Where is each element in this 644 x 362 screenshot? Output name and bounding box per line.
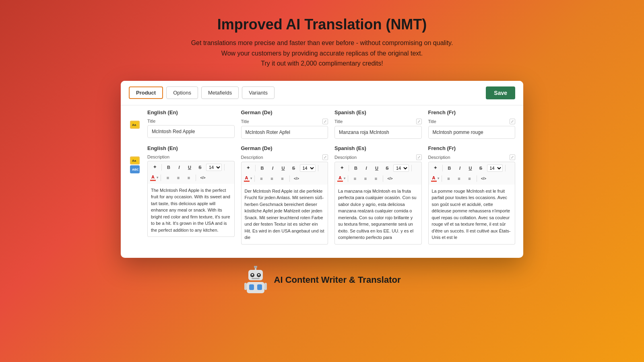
underline-btn-en[interactable]: U	[185, 163, 194, 172]
fontsize-select-fr[interactable]: 14121618	[487, 165, 503, 172]
code-btn-fr[interactable]: </>	[479, 174, 488, 183]
spellcheck-icon: ABC	[130, 165, 140, 173]
title-input-en[interactable]	[147, 125, 235, 138]
title-col-es: Spanish (Es) Title ⤢	[334, 109, 422, 139]
expand-icon-fr-desc[interactable]: ⤢	[510, 154, 515, 160]
svg-rect-18	[264, 283, 267, 290]
italic-btn-fr[interactable]: I	[456, 164, 464, 173]
tab-metafields[interactable]: Metafields	[201, 86, 239, 99]
bold-btn-fr[interactable]: B	[445, 164, 454, 173]
bold-btn-es[interactable]: B	[351, 164, 360, 173]
color-btn-en[interactable]: A ▾	[150, 175, 158, 181]
fontsize-select-de[interactable]: 14121618	[300, 165, 316, 172]
ol-btn-de[interactable]: ≡	[268, 174, 277, 183]
field-label-es-title: Title ⤢	[334, 119, 422, 124]
italic-btn-de[interactable]: I	[268, 164, 277, 173]
desc-text-de[interactable]: Der McIntosh Red Apple ist die perfekte …	[241, 185, 328, 245]
expand-icon-fr-title[interactable]: ⤢	[510, 119, 515, 124]
title-col-fr: French (Fr) Title ⤢	[428, 109, 516, 139]
ul-btn-fr[interactable]: ≡	[444, 174, 453, 183]
color-btn-de[interactable]: A ▾	[244, 175, 252, 182]
description-section-row: Aa ABC English (En) Description	[129, 145, 515, 245]
align-btn-en[interactable]: ≡	[184, 173, 193, 182]
svg-rect-17	[244, 283, 247, 290]
title-input-fr[interactable]	[428, 126, 516, 139]
strike-btn-es[interactable]: S	[383, 164, 392, 173]
tab-product[interactable]: Product	[129, 86, 163, 99]
desc-col-fr: French (Fr) Description ⤢ ✦ B I U S 1412…	[428, 145, 516, 245]
svg-rect-15	[249, 284, 254, 290]
underline-btn-fr[interactable]: U	[466, 164, 475, 173]
robot-icon	[244, 266, 268, 294]
magic-btn-de[interactable]: ✦	[244, 164, 253, 173]
expand-icon-de-desc[interactable]: ⤢	[322, 154, 328, 160]
app-window: Product Options Metafields Variants Save…	[121, 81, 523, 258]
bold-btn-de[interactable]: B	[258, 164, 267, 173]
translate-icon: Aa	[130, 121, 140, 129]
underline-btn-de[interactable]: U	[279, 164, 288, 173]
desc-text-fr[interactable]: La pomme rouge McIntosh est le fruit par…	[428, 185, 516, 245]
align-btn-de[interactable]: ≡	[278, 174, 287, 183]
italic-btn-es[interactable]: I	[362, 164, 371, 173]
expand-icon-de-title[interactable]: ⤢	[322, 119, 328, 124]
fontsize-select-es[interactable]: 14121618	[393, 165, 409, 172]
field-label-de-title: Title ⤢	[241, 119, 328, 124]
color-btn-es[interactable]: A ▾	[337, 175, 345, 182]
title-col-en: English (En) Title	[147, 109, 235, 139]
code-btn-es[interactable]: </>	[386, 174, 394, 183]
lang-header-fr-desc: French (Fr)	[428, 145, 516, 151]
strike-btn-de[interactable]: S	[289, 164, 298, 173]
lang-header-es-title: Spanish (Es)	[334, 109, 422, 115]
field-label-en-desc: Description	[147, 154, 235, 159]
tab-bar: Product Options Metafields Variants Save	[121, 81, 523, 105]
ul-btn-de[interactable]: ≡	[257, 174, 266, 183]
svg-point-12	[258, 274, 260, 276]
svg-text:ABC: ABC	[132, 168, 138, 171]
toolbar-en: ✦ B I U S 14121618 A	[147, 161, 235, 184]
desc-text-en[interactable]: The McIntosh Red Apple is the perfect fr…	[147, 184, 235, 237]
ul-btn-es[interactable]: ≡	[351, 174, 359, 183]
lang-header-es-desc: Spanish (Es)	[334, 145, 422, 151]
save-button[interactable]: Save	[486, 86, 515, 99]
tab-options[interactable]: Options	[166, 86, 198, 99]
desc-text-es[interactable]: La manzana roja McIntosh es la fruta per…	[334, 185, 422, 245]
align-btn-fr[interactable]: ≡	[465, 174, 474, 183]
color-btn-fr[interactable]: A ▾	[431, 175, 439, 182]
title-input-es[interactable]	[334, 126, 422, 139]
strike-btn-en[interactable]: S	[196, 163, 204, 172]
title-input-de[interactable]	[241, 126, 328, 139]
magic-btn-fr[interactable]: ✦	[431, 164, 440, 173]
lang-header-de-desc: German (De)	[241, 145, 328, 151]
underline-btn-es[interactable]: U	[372, 164, 381, 173]
code-btn-en[interactable]: </>	[198, 173, 207, 182]
expand-icon-es-title[interactable]: ⤢	[416, 119, 422, 124]
svg-text:Aa: Aa	[132, 159, 136, 162]
bold-btn-en[interactable]: B	[164, 163, 173, 172]
magic-btn-es[interactable]: ✦	[337, 164, 346, 173]
ol-btn-es[interactable]: ≡	[361, 174, 370, 183]
lang-header-fr-title: French (Fr)	[428, 109, 516, 115]
align-btn-es[interactable]: ≡	[372, 174, 380, 183]
ol-btn-en[interactable]: ≡	[174, 173, 183, 182]
desc-col-en: English (En) Description ✦ B I U S 14121…	[147, 145, 235, 245]
italic-btn-en[interactable]: I	[175, 163, 184, 172]
desc-col-de: German (De) Description ⤢ ✦ B I U S 1412…	[241, 145, 328, 245]
svg-text:Aa: Aa	[132, 123, 136, 127]
magic-btn-en[interactable]: ✦	[150, 163, 159, 172]
tab-variants[interactable]: Variants	[242, 86, 275, 99]
code-btn-de[interactable]: </>	[292, 174, 301, 183]
ol-btn-fr[interactable]: ≡	[455, 174, 464, 183]
ul-btn-en[interactable]: ≡	[163, 173, 172, 182]
strike-btn-fr[interactable]: S	[477, 164, 485, 173]
tab-items: Product Options Metafields Variants	[129, 86, 486, 99]
hero-subtitle: Get translations more precise and faster…	[191, 38, 453, 69]
toolbar-de: ✦ B I U S 14121618 A	[241, 162, 328, 185]
lang-header-de-title: German (De)	[241, 109, 328, 115]
expand-icon-es-desc[interactable]: ⤢	[416, 154, 422, 160]
footer-section: AI Content Writer & Translator	[244, 266, 401, 294]
title-section-row: Aa English (En) Title German (De)	[129, 109, 515, 139]
field-label-de-desc: Description ⤢	[241, 154, 328, 160]
field-label-es-desc: Description ⤢	[334, 154, 422, 160]
fontsize-select-en[interactable]: 14121618	[206, 164, 222, 171]
svg-point-7	[254, 266, 257, 268]
